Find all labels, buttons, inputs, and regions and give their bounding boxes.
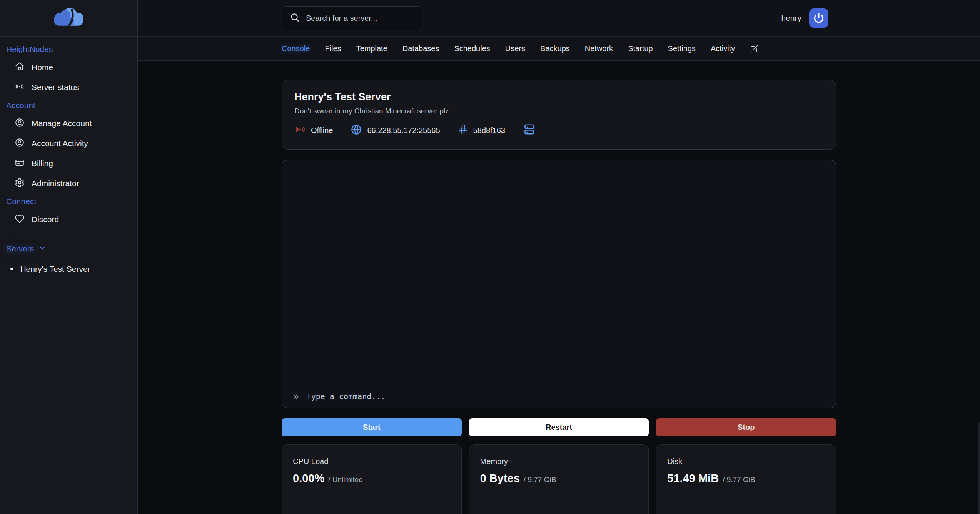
tab-startup[interactable]: Startup [628, 44, 653, 53]
server-meta-row: Offline 66.228.55.172:25565 [294, 123, 823, 138]
username-label: henry [781, 13, 801, 23]
sidebar-servers-toggle[interactable]: Servers [6, 238, 131, 260]
credit-card-icon [15, 158, 25, 170]
sidebar-item-label: Discord [32, 215, 59, 224]
prompt-chevrons-icon: » [293, 391, 299, 401]
server-address[interactable]: 66.228.55.172:25565 [351, 124, 440, 137]
stat-value: 0.00% [293, 472, 324, 485]
logout-button[interactable] [809, 8, 828, 28]
sidebar-item-label: Administrator [32, 179, 79, 188]
stat-limit: / Unlimited [328, 476, 363, 484]
sidebar-server-label: Henry's Test Server [20, 264, 90, 274]
server-id[interactable]: 58d8f163 [458, 124, 505, 136]
address-label: 66.228.55.172:25565 [367, 126, 440, 135]
topbar: henry [138, 0, 980, 37]
server-id-label: 58d8f163 [473, 126, 505, 135]
chevron-down-icon [38, 244, 46, 254]
gear-icon [15, 178, 25, 190]
sidebar-item-administrator[interactable]: Administrator [6, 173, 131, 193]
server-status: Offline [294, 124, 333, 137]
console-command-input[interactable] [307, 392, 825, 401]
node-indicator[interactable] [523, 123, 536, 138]
stat-card-disk: Disk 51.49 MiB / 9.77 GiB [656, 444, 836, 514]
stats-row: CPU Load 0.00% / Unlimited Memory 0 Byte… [282, 444, 836, 514]
start-button[interactable]: Start [282, 418, 462, 436]
sidebar-item-account-activity[interactable]: Account Activity [6, 133, 131, 153]
server-description: Don't swear in my Christian Minecraft se… [294, 107, 823, 115]
sidebar-heading-account: Account [6, 97, 131, 113]
stat-limit: / 9.77 GiB [723, 476, 755, 484]
search-icon [290, 12, 300, 24]
sidebar-item-label: Account Activity [32, 139, 88, 148]
external-link-icon[interactable] [750, 44, 759, 53]
stat-label: Disk [667, 457, 825, 466]
tab-console[interactable]: Console [282, 44, 310, 53]
tab-settings[interactable]: Settings [668, 44, 696, 53]
sidebar-item-server-status[interactable]: Server status [6, 77, 131, 97]
hashtag-icon [458, 124, 468, 136]
search-input[interactable] [306, 14, 414, 23]
tab-schedules[interactable]: Schedules [454, 44, 490, 53]
stat-card-cpu: CPU Load 0.00% / Unlimited [282, 444, 462, 514]
globe-icon [351, 124, 362, 137]
brand-logo-area[interactable] [0, 0, 137, 37]
bullet-icon: • [10, 264, 13, 274]
stat-value: 51.49 MiB [667, 472, 719, 485]
sidebar-item-manage-account[interactable]: Manage Account [6, 113, 131, 133]
stat-value: 0 Bytes [480, 472, 520, 485]
sidebar-item-label: Server status [32, 83, 79, 92]
stop-button[interactable]: Stop [656, 418, 836, 436]
user-circle-icon [15, 118, 25, 130]
tab-template[interactable]: Template [356, 44, 387, 53]
sidebar-nav: HeightNodes Home Server status Account M… [0, 37, 137, 284]
tab-users[interactable]: Users [505, 44, 525, 53]
sidebar-item-label: Home [32, 63, 53, 72]
sidebar-item-label: Manage Account [32, 119, 92, 128]
server-search-box[interactable] [282, 6, 422, 30]
user-circle-icon [15, 138, 25, 150]
sidebar-divider [0, 235, 137, 235]
server-info-card: Henry's Test Server Don't swear in my Ch… [282, 80, 836, 150]
sidebar-divider [0, 284, 137, 284]
sidebar-heading-heightnodes: HeightNodes [6, 41, 131, 57]
tab-databases[interactable]: Databases [402, 44, 439, 53]
server-name: Henry's Test Server [294, 91, 823, 103]
console-output[interactable] [282, 160, 836, 385]
console-input-row: » [282, 385, 836, 408]
power-actions-row: Start Restart Stop [282, 418, 836, 436]
stat-label: Memory [480, 457, 638, 466]
cloud-logo-icon [49, 5, 89, 32]
app-root: HeightNodes Home Server status Account M… [0, 0, 980, 514]
sidebar-item-discord[interactable]: Discord [6, 210, 131, 230]
main-content: Henry's Test Server Don't swear in my Ch… [138, 61, 980, 514]
status-label: Offline [311, 126, 333, 135]
stat-card-memory: Memory 0 Bytes / 9.77 GiB [469, 444, 649, 514]
stat-limit: / 9.77 GiB [524, 476, 556, 484]
restart-button[interactable]: Restart [469, 418, 649, 436]
stat-label: CPU Load [293, 457, 451, 466]
main-column: henry Console Files Template Databases S… [138, 0, 980, 514]
sidebar-item-billing[interactable]: Billing [6, 153, 131, 173]
user-area: henry [781, 8, 836, 28]
tab-backups[interactable]: Backups [540, 44, 570, 53]
server-tabbar: Console Files Template Databases Schedul… [138, 37, 980, 61]
servers-toggle-label: Servers [6, 244, 34, 253]
home-icon [15, 62, 25, 73]
scrollbar-thumb[interactable] [978, 422, 980, 514]
sidebar-item-label: Billing [32, 159, 53, 168]
server-stack-icon [523, 123, 536, 138]
sidebar-server-link[interactable]: • Henry's Test Server [6, 260, 131, 278]
heart-icon [15, 214, 25, 226]
power-icon [813, 12, 824, 24]
offline-radio-icon [294, 124, 306, 137]
console-panel: » [282, 160, 836, 408]
sidebar-heading-connect: Connect [6, 193, 131, 210]
sidebar-item-home[interactable]: Home [6, 57, 131, 77]
sidebar: HeightNodes Home Server status Account M… [0, 0, 138, 514]
tab-files[interactable]: Files [325, 44, 341, 53]
broadcast-icon [15, 82, 25, 93]
tab-network[interactable]: Network [585, 44, 613, 53]
tab-activity[interactable]: Activity [711, 44, 735, 53]
